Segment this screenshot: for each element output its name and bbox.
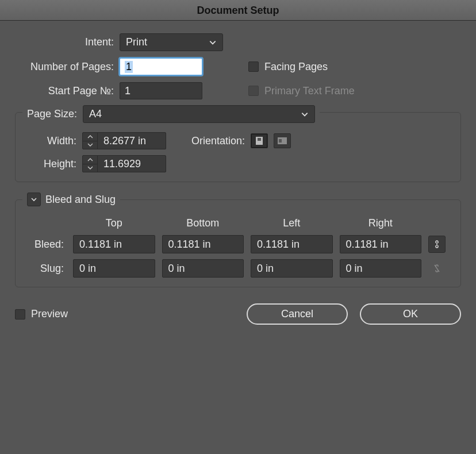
slug-row: Slug:: [25, 259, 451, 278]
link-icon: [433, 239, 441, 249]
chevron-up-icon: [87, 158, 93, 161]
bleed-bottom-input[interactable]: [162, 235, 244, 253]
bleed-label: Bleed:: [25, 238, 66, 251]
landscape-icon: [277, 137, 287, 145]
height-value[interactable]: 11.6929: [98, 156, 166, 172]
col-right: Right: [340, 217, 422, 229]
bs-headers: Top Bottom Left Right: [25, 217, 451, 229]
ok-button[interactable]: OK: [360, 303, 461, 325]
page-size-group: Page Size: A4 Width: 8.2677 in Orientati…: [15, 112, 461, 182]
slug-top-input[interactable]: [73, 259, 155, 278]
facing-pages-wrap: Facing Pages: [248, 61, 328, 73]
primary-text-frame-wrap: Primary Text Frame: [248, 85, 355, 97]
page-size-group-label: Page Size: A4: [22, 105, 320, 123]
portrait-icon: [255, 136, 263, 145]
intent-label: Intent:: [13, 36, 120, 48]
chevron-down-icon: [209, 39, 217, 47]
width-stepper[interactable]: 8.2677 in: [82, 132, 166, 149]
chevron-up-icon: [87, 135, 93, 138]
height-inc[interactable]: [83, 156, 97, 164]
slug-left-input[interactable]: [251, 259, 333, 278]
row-intent: Intent: Print: [13, 33, 463, 51]
start-page-input[interactable]: 1: [120, 82, 202, 99]
slug-label: Slug:: [25, 263, 66, 275]
orientation-portrait-button[interactable]: [251, 133, 268, 148]
col-top: Top: [73, 217, 155, 229]
orientation-wrap: Orientation:: [191, 133, 291, 148]
facing-pages-label: Facing Pages: [264, 61, 328, 73]
page-size-value: A4: [89, 108, 102, 120]
orientation-landscape-button[interactable]: [274, 133, 291, 148]
dialog-footer: Preview Cancel OK: [13, 303, 463, 325]
row-start-page: Start Page №: 1 Primary Text Frame: [13, 82, 463, 99]
width-inc[interactable]: [83, 133, 97, 141]
num-pages-value: 1: [125, 61, 133, 73]
col-left: Left: [251, 217, 333, 229]
bleed-slug-group: Bleed and Slug Top Bottom Left Right Ble…: [15, 199, 461, 287]
bleed-slug-group-label: Bleed and Slug: [22, 193, 120, 206]
col-bottom: Bottom: [162, 217, 244, 229]
row-height: Height: 11.6929: [25, 155, 451, 172]
intent-value: Print: [126, 36, 147, 48]
start-page-label: Start Page №:: [13, 85, 120, 97]
chevron-down-icon: [301, 110, 309, 118]
bleed-left-input[interactable]: [251, 235, 333, 253]
page-size-select[interactable]: A4: [83, 105, 315, 123]
svg-rect-1: [258, 138, 261, 141]
slug-link-toggle[interactable]: [428, 260, 446, 277]
svg-rect-3: [279, 139, 282, 143]
start-page-value: 1: [125, 85, 130, 97]
height-label: Height:: [25, 158, 82, 170]
primary-text-frame-label: Primary Text Frame: [264, 85, 355, 97]
intent-select[interactable]: Print: [120, 33, 223, 51]
slug-bottom-input[interactable]: [162, 259, 244, 278]
bleed-slug-table: Top Bottom Left Right Bleed: Slu: [25, 217, 451, 278]
row-num-pages: Number of Pages: 1 Facing Pages: [13, 58, 463, 75]
bleed-link-toggle[interactable]: [428, 236, 446, 253]
preview-checkbox[interactable]: [15, 309, 25, 320]
num-pages-label: Number of Pages:: [13, 61, 120, 73]
page-size-label: Page Size:: [27, 108, 77, 120]
facing-pages-checkbox[interactable]: [248, 61, 259, 72]
height-dec[interactable]: [83, 164, 97, 172]
footer-buttons: Cancel OK: [247, 303, 461, 325]
width-value[interactable]: 8.2677 in: [98, 133, 166, 149]
bleed-slug-label: Bleed and Slug: [45, 194, 116, 206]
preview-label: Preview: [31, 308, 68, 320]
dialog-title: Document Setup: [0, 0, 476, 21]
bleed-top-input[interactable]: [73, 235, 155, 253]
orientation-label: Orientation:: [191, 135, 245, 147]
bleed-row: Bleed:: [25, 235, 451, 253]
primary-text-frame-checkbox: [248, 86, 259, 96]
height-stepper[interactable]: 11.6929: [82, 155, 166, 172]
preview-wrap: Preview: [15, 308, 68, 320]
width-dec[interactable]: [83, 141, 97, 149]
num-pages-input[interactable]: 1: [120, 58, 202, 75]
slug-right-input[interactable]: [340, 259, 422, 278]
chevron-down-icon: [87, 143, 93, 147]
dialog-body: Intent: Print Number of Pages: 1 Facing …: [0, 21, 476, 334]
chevron-down-icon: [87, 166, 93, 170]
cancel-button[interactable]: Cancel: [247, 303, 348, 325]
bleed-slug-disclosure[interactable]: [27, 193, 41, 206]
row-width: Width: 8.2677 in Orientation:: [25, 132, 451, 149]
bleed-right-input[interactable]: [340, 235, 422, 253]
chevron-down-icon: [30, 196, 37, 203]
unlink-icon: [433, 263, 441, 274]
width-label: Width:: [25, 135, 82, 147]
